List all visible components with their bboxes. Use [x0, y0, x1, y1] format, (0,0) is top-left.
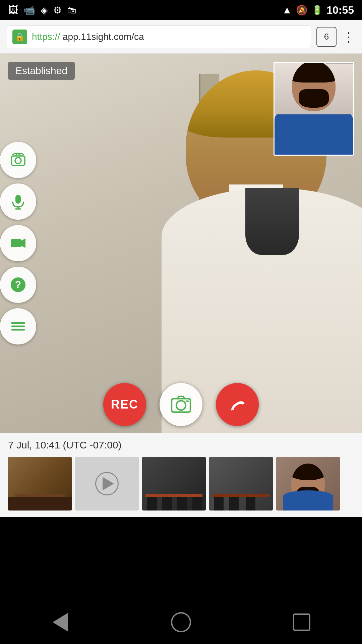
url-rest-part: app.11sight.com/ca: [60, 32, 144, 42]
help-icon: ?: [9, 276, 27, 293]
small-video-pip: [274, 62, 354, 156]
status-bar-right: ▲ 🔕 🔋 10:55: [282, 4, 354, 16]
lock-icon: 🔒: [12, 30, 27, 44]
nav-bar: [0, 600, 362, 644]
svg-point-13: [176, 401, 186, 410]
small-person-beard: [299, 89, 329, 108]
side-controls: ?: [0, 139, 36, 348]
help-button[interactable]: ?: [0, 267, 36, 303]
status-bar-left: 🖼 📹 ◈ ⚙ 🛍: [8, 4, 76, 16]
small-person-hair: [292, 62, 336, 83]
settings-icon: ⚙: [53, 5, 62, 16]
play-triangle: [103, 477, 114, 490]
address-field[interactable]: 🔒 https:// app.11sight.com/ca: [7, 25, 311, 48]
flip-camera-icon: [9, 151, 27, 169]
url-https-part: https://: [32, 32, 60, 42]
screenshot-button[interactable]: [160, 383, 202, 426]
address-bar: 🔒 https:// app.11sight.com/ca 6 ⋮: [0, 20, 362, 54]
timestamp-timezone: (UTC -07:00): [63, 439, 121, 450]
thumbnail-1[interactable]: [8, 457, 72, 511]
small-person-head: [292, 62, 336, 111]
home-icon: [171, 612, 191, 632]
video-camera-button[interactable]: [0, 225, 36, 261]
status-bar: 🖼 📹 ◈ ⚙ 🛍 ▲ 🔕 🔋 10:55: [0, 0, 362, 20]
svg-point-1: [15, 158, 21, 164]
thumbnail-2-video[interactable]: [75, 457, 139, 511]
menu-button[interactable]: [0, 308, 36, 344]
hangup-icon: [227, 394, 248, 415]
svg-text:?: ?: [15, 279, 21, 290]
svg-marker-6: [21, 238, 25, 248]
photo-icon: 🖼: [8, 4, 18, 16]
thumbnails-row: [8, 457, 354, 514]
hangup-button[interactable]: [216, 383, 259, 426]
thumbnail-4[interactable]: [209, 457, 273, 511]
bottom-controls: REC: [0, 383, 362, 426]
svg-rect-2: [15, 195, 21, 204]
battery-icon: 🔋: [312, 5, 322, 15]
back-icon: [53, 613, 68, 632]
svg-rect-14: [186, 400, 189, 402]
call-status-badge: Established: [8, 62, 75, 80]
signal-slash-icon: 🔕: [296, 5, 308, 16]
video-container: Established: [0, 54, 362, 433]
record-label: REC: [111, 397, 138, 412]
status-time: 10:55: [326, 4, 354, 16]
url-display: https:// app.11sight.com/ca: [32, 32, 144, 42]
screenshot-icon: [169, 393, 193, 416]
svg-rect-5: [11, 239, 21, 247]
video-camera-icon: [9, 234, 27, 252]
bag-icon: 🛍: [67, 5, 76, 16]
home-button[interactable]: [168, 609, 194, 636]
flip-camera-button[interactable]: [0, 142, 36, 178]
recents-icon: [293, 613, 310, 631]
timestamp-date: 7 Jul, 10:41: [8, 439, 60, 450]
below-video-section: 7 Jul, 10:41 (UTC -07:00): [0, 433, 362, 517]
recents-button[interactable]: [288, 609, 315, 636]
menu-icon: [9, 318, 27, 335]
video-icon: 📹: [23, 5, 35, 16]
microphone-button[interactable]: [0, 183, 36, 220]
call-timestamp: 7 Jul, 10:41 (UTC -07:00): [8, 439, 354, 451]
back-button[interactable]: [47, 609, 74, 636]
wifi-icon: ▲: [282, 4, 292, 16]
record-button[interactable]: REC: [103, 383, 146, 426]
thumbnail-3[interactable]: [142, 457, 206, 511]
microphone-icon: [9, 193, 27, 210]
browser-menu-button[interactable]: ⋮: [342, 29, 355, 45]
inner-shirt: [245, 188, 299, 255]
tab-count[interactable]: 6: [316, 27, 337, 47]
layers-icon: ◈: [41, 5, 48, 16]
play-icon: [95, 472, 119, 495]
thumbnail-5[interactable]: [276, 457, 340, 511]
